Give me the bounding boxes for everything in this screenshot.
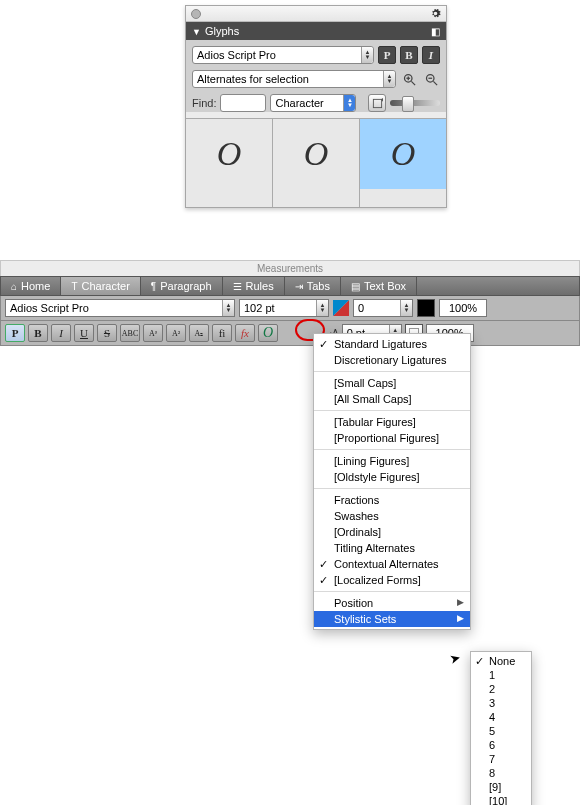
disclosure-triangle-icon[interactable]: ▼ [192,27,201,37]
opentype-button[interactable]: O [258,324,278,342]
bold-button[interactable]: B [28,324,48,342]
allcaps-button[interactable]: ABC [120,324,140,342]
stepper-icon: ▲▼ [400,300,412,316]
svg-rect-7 [373,99,381,107]
menu-item[interactable]: [Proportional Figures] [314,430,470,446]
rules-icon: ☰ [233,281,242,292]
zoom-in-icon[interactable] [400,70,418,88]
glyph-cell[interactable] [273,189,360,207]
glyph-grid: O O O [186,118,446,189]
svg-line-1 [411,81,415,85]
subset-select[interactable]: Alternates for selection ▲▼ [192,70,396,88]
panel-title: Glyphs [205,25,239,37]
favorites-button[interactable] [368,94,386,112]
italic-button[interactable]: I [51,324,71,342]
tab-home[interactable]: ⌂Home [1,277,61,295]
menu-item[interactable]: [Lining Figures] [314,453,470,469]
font-field[interactable]: Adios Script Pro▲▼ [5,299,235,317]
panel-header: ▼Glyphs ◧ [186,22,446,40]
stepper-icon: ▲▼ [316,300,328,316]
ligatures-button[interactable]: fi [212,324,232,342]
cell-size-slider[interactable] [390,100,440,106]
tab-rules[interactable]: ☰Rules [223,277,285,295]
tab-textbox[interactable]: ▤Text Box [341,277,417,295]
menu-item[interactable]: [Tabular Figures] [314,414,470,430]
dock-icon[interactable]: ◧ [431,26,440,37]
color-swatch-icon[interactable] [333,300,349,316]
controls-row-2: P B I U S ABC Aª A² A₂ fi fx O ᵢA 0 pt▲▼… [0,321,580,346]
close-icon[interactable] [191,9,201,19]
menu-item[interactable]: Fractions [314,492,470,508]
zoom-out-icon[interactable] [422,70,440,88]
menu-item[interactable]: [Localized Forms] [314,572,470,588]
glyph-cell[interactable] [360,189,446,207]
size-field[interactable]: 102 pt▲▼ [239,299,329,317]
menu-item[interactable]: Stylistic Sets [314,611,470,627]
submenu-item[interactable]: [9] [471,780,531,794]
plain-button[interactable]: P [5,324,25,342]
plain-style-button[interactable]: P [378,46,396,64]
color-shade-field[interactable]: 100% [439,299,487,317]
glyph-cell[interactable] [186,189,273,207]
textbox-icon: ▤ [351,281,360,292]
menu-item[interactable]: Swashes [314,508,470,524]
stepper-icon: ▲▼ [361,47,373,63]
submenu-item[interactable]: 8 [471,766,531,780]
subscript-button[interactable]: A₂ [189,324,209,342]
menu-item[interactable]: [All Small Caps] [314,391,470,407]
submenu-item[interactable]: [10] [471,794,531,805]
superscript-button[interactable]: A² [166,324,186,342]
menu-item[interactable]: [Ordinals] [314,524,470,540]
menu-item[interactable]: Contextual Alternates [314,556,470,572]
glyph-cell[interactable]: O [273,119,360,189]
submenu-item[interactable]: 2 [471,682,531,696]
submenu-item[interactable]: 7 [471,752,531,766]
glyph-cell[interactable]: O [186,119,273,189]
menu-item[interactable]: [Oldstyle Figures] [314,469,470,485]
cursor-icon: ➤ [448,650,463,667]
gear-icon[interactable] [430,8,441,19]
tab-tabs[interactable]: ⇥Tabs [285,277,341,295]
menu-item[interactable]: Position [314,595,470,611]
measurements-palette: Measurements ⌂Home TCharacter ¶Paragraph… [0,260,580,346]
menu-item[interactable]: Titling Alternates [314,540,470,556]
bold-style-button[interactable]: B [400,46,418,64]
submenu-item[interactable]: 5 [471,724,531,738]
submenu-item[interactable]: 4 [471,710,531,724]
strikethrough-button[interactable]: S [97,324,117,342]
stylistic-sets-submenu[interactable]: None12345678[9][10] [470,651,532,805]
home-icon: ⌂ [11,281,17,292]
panel-body: Adios Script Pro ▲▼ P B I Alternates for… [186,40,446,112]
palette-title: Measurements [0,260,580,276]
underline-button[interactable]: U [74,324,94,342]
font-family-select[interactable]: Adios Script Pro ▲▼ [192,46,374,64]
tab-paragraph[interactable]: ¶Paragraph [141,277,223,295]
color-well[interactable] [417,299,435,317]
menu-item[interactable]: Discretionary Ligatures [314,352,470,368]
tab-character[interactable]: TCharacter [61,277,140,295]
submenu-item[interactable]: 3 [471,696,531,710]
stepper-icon: ▲▼ [383,71,395,87]
glyph-cell-selected[interactable]: O [360,119,446,189]
submenu-item[interactable]: None [471,654,531,668]
submenu-item[interactable]: 6 [471,738,531,752]
glyphs-panel: ▼Glyphs ◧ Adios Script Pro ▲▼ P B I Alte… [185,5,447,208]
panel-titlebar[interactable] [186,6,446,22]
para-icon: ¶ [151,281,156,292]
find-mode-select[interactable]: Character ▲▼ [270,94,356,112]
popup-arrow-icon: ▲▼ [343,95,355,111]
fx-button[interactable]: fx [235,324,255,342]
tracking-field[interactable]: 0▲▼ [353,299,413,317]
font-family-value: Adios Script Pro [197,49,276,61]
find-input[interactable] [220,94,266,112]
smallcaps-button[interactable]: Aª [143,324,163,342]
opentype-menu[interactable]: Standard LigaturesDiscretionary Ligature… [313,333,471,630]
controls-row-1: Adios Script Pro▲▼ 102 pt▲▼ 0▲▼ 100% [0,296,580,321]
menu-item[interactable]: [Small Caps] [314,375,470,391]
find-mode-value: Character [275,97,323,109]
subset-value: Alternates for selection [197,73,309,85]
menu-item[interactable]: Standard Ligatures [314,336,470,352]
type-icon: T [71,281,77,292]
italic-style-button[interactable]: I [422,46,440,64]
submenu-item[interactable]: 1 [471,668,531,682]
